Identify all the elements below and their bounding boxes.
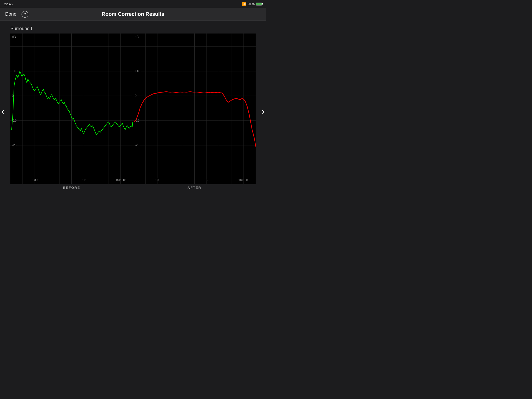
nav-arrow-right[interactable]: › — [262, 106, 265, 117]
status-bar: 22.45 📶 91% — [0, 0, 266, 8]
battery-icon — [256, 3, 262, 5]
nav-left: Done ? — [5, 11, 28, 18]
after-chart-svg: +10 0 -10 -20 100 1k 10k Hz — [133, 34, 256, 184]
before-y-axis-label: dB — [12, 35, 16, 39]
svg-text:0: 0 — [135, 94, 137, 98]
svg-text:+10: +10 — [12, 69, 17, 73]
after-curve — [135, 92, 256, 147]
before-chart-svg: +10 0 -10 -20 100 1k 10k Hz — [10, 34, 133, 184]
charts-container: ‹ dB — [3, 34, 263, 190]
status-time: 22.45 — [4, 2, 13, 6]
before-chart-area: dB — [10, 34, 133, 184]
svg-text:100: 100 — [155, 178, 161, 182]
before-chart-wrapper: dB — [10, 34, 133, 190]
svg-text:1k: 1k — [205, 178, 209, 182]
after-chart-wrapper: dB — [133, 34, 256, 190]
main-content: Surround L ‹ dB — [0, 21, 266, 192]
before-label: BEFORE — [10, 184, 133, 190]
done-button[interactable]: Done — [5, 11, 16, 17]
svg-text:100: 100 — [32, 178, 38, 182]
svg-text:10k Hz: 10k Hz — [238, 178, 248, 182]
channel-label: Surround L — [3, 26, 263, 31]
svg-text:10k Hz: 10k Hz — [115, 178, 125, 182]
svg-text:1k: 1k — [82, 178, 86, 182]
svg-text:-20: -20 — [12, 143, 17, 147]
nav-arrow-left[interactable]: ‹ — [1, 106, 4, 117]
status-right: 📶 91% — [242, 2, 262, 6]
battery-percent: 91% — [248, 2, 255, 6]
nav-title: Room Correction Results — [102, 11, 164, 17]
svg-text:+10: +10 — [135, 69, 140, 73]
after-label: AFTER — [133, 184, 256, 190]
help-button[interactable]: ? — [22, 11, 28, 18]
nav-bar: Done ? Room Correction Results — [0, 8, 266, 21]
after-chart-area: dB — [133, 34, 256, 184]
wifi-icon: 📶 — [242, 2, 246, 6]
after-y-axis-label: dB — [135, 35, 139, 39]
svg-text:-20: -20 — [135, 143, 139, 147]
before-curve — [12, 71, 133, 135]
